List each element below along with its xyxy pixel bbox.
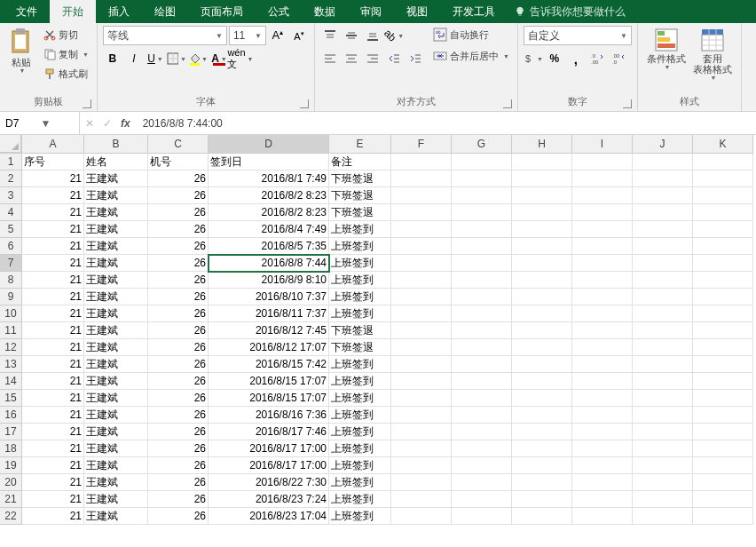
cell-H12[interactable] (512, 339, 572, 356)
row-header-13[interactable]: 13 (0, 356, 22, 373)
cell-D17[interactable]: 2016/8/17 7:46 (209, 424, 329, 440)
cell-J1[interactable] (633, 154, 693, 170)
cell-B16[interactable]: 王建斌 (84, 407, 148, 424)
tab-review[interactable]: 审阅 (348, 0, 394, 23)
align-top-button[interactable] (320, 26, 340, 45)
cell-J18[interactable] (633, 440, 693, 457)
cell-B11[interactable]: 王建斌 (84, 322, 148, 339)
cell-D3[interactable]: 2016/8/2 8:23 (209, 187, 329, 204)
cell-K8[interactable] (693, 272, 753, 289)
cell-H6[interactable] (512, 238, 572, 255)
cell-G15[interactable] (452, 390, 512, 407)
cell-H2[interactable] (512, 170, 572, 187)
cell-K18[interactable] (693, 440, 753, 457)
cell-E6[interactable]: 上班签到 (329, 238, 391, 255)
column-header-B[interactable]: B (84, 135, 148, 154)
cell-D13[interactable]: 2016/8/15 7:42 (209, 356, 329, 373)
cell-J14[interactable] (633, 373, 693, 390)
cell-E9[interactable]: 上班签到 (329, 289, 391, 305)
cell-H18[interactable] (512, 440, 572, 457)
cell-J7[interactable] (633, 255, 693, 272)
cell-I20[interactable] (572, 474, 633, 491)
merge-center-button[interactable]: 合并后居中▼ (430, 47, 512, 65)
cell-E20[interactable]: 上班签到 (329, 474, 391, 491)
cell-A16[interactable]: 21 (22, 407, 84, 424)
cell-D21[interactable]: 2016/8/23 7:24 (209, 491, 329, 508)
cell-G20[interactable] (452, 474, 512, 491)
cell-H15[interactable] (512, 390, 572, 407)
cell-G7[interactable] (452, 255, 512, 272)
cell-H8[interactable] (512, 272, 572, 289)
cell-A5[interactable]: 21 (22, 221, 84, 238)
cell-J12[interactable] (633, 339, 693, 356)
cell-K12[interactable] (693, 339, 753, 356)
cell-F1[interactable] (391, 154, 452, 170)
cell-D11[interactable]: 2016/8/12 7:45 (209, 322, 329, 339)
cell-H10[interactable] (512, 305, 572, 322)
cell-B15[interactable]: 王建斌 (84, 390, 148, 407)
cell-F9[interactable] (391, 289, 452, 305)
cell-F20[interactable] (391, 474, 452, 491)
cell-A6[interactable]: 21 (22, 238, 84, 255)
accounting-format-button[interactable]: $▼ (524, 49, 543, 68)
cell-D14[interactable]: 2016/8/15 17:07 (209, 373, 329, 390)
cell-I15[interactable] (572, 390, 633, 407)
cell-G2[interactable] (452, 170, 512, 187)
cell-B20[interactable]: 王建斌 (84, 474, 148, 491)
row-header-8[interactable]: 8 (0, 272, 22, 289)
tab-view[interactable]: 视图 (394, 0, 440, 23)
cell-A7[interactable]: 21 (22, 255, 84, 272)
cell-C10[interactable]: 26 (148, 305, 209, 322)
cell-F17[interactable] (391, 424, 452, 440)
cell-H9[interactable] (512, 289, 572, 305)
column-header-K[interactable]: K (693, 135, 753, 154)
cell-E17[interactable]: 上班签到 (329, 424, 391, 440)
cell-F3[interactable] (391, 187, 452, 204)
cell-C14[interactable]: 26 (148, 373, 209, 390)
cell-J16[interactable] (633, 407, 693, 424)
cell-H21[interactable] (512, 491, 572, 508)
fill-color-button[interactable]: ▼ (188, 49, 208, 68)
increase-font-button[interactable]: A▴ (268, 26, 287, 45)
cell-G22[interactable] (452, 508, 512, 525)
cell-H3[interactable] (512, 187, 572, 204)
font-color-button[interactable]: A▼ (209, 49, 229, 68)
cell-K15[interactable] (693, 390, 753, 407)
column-header-J[interactable]: J (633, 135, 693, 154)
cell-G16[interactable] (452, 407, 512, 424)
dialog-launcher-icon[interactable] (83, 99, 91, 108)
cell-D10[interactable]: 2016/8/11 7:37 (209, 305, 329, 322)
cell-F19[interactable] (391, 457, 452, 474)
cell-E4[interactable]: 下班签退 (329, 204, 391, 221)
cell-H1[interactable] (512, 154, 572, 170)
cell-C17[interactable]: 26 (148, 424, 209, 440)
cell-D6[interactable]: 2016/8/5 7:35 (209, 238, 329, 255)
cell-B21[interactable]: 王建斌 (84, 491, 148, 508)
cell-H5[interactable] (512, 221, 572, 238)
cell-G13[interactable] (452, 356, 512, 373)
cell-B19[interactable]: 王建斌 (84, 457, 148, 474)
cell-B13[interactable]: 王建斌 (84, 356, 148, 373)
cell-C12[interactable]: 26 (148, 339, 209, 356)
cell-E14[interactable]: 上班签到 (329, 373, 391, 390)
cell-E7[interactable]: 上班签到 (329, 255, 391, 272)
align-middle-button[interactable] (342, 26, 361, 45)
cell-C8[interactable]: 26 (148, 272, 209, 289)
cell-C19[interactable]: 26 (148, 457, 209, 474)
cell-I4[interactable] (572, 204, 633, 221)
cell-G19[interactable] (452, 457, 512, 474)
cell-I6[interactable] (572, 238, 633, 255)
row-header-16[interactable]: 16 (0, 407, 22, 424)
dialog-launcher-icon[interactable] (503, 99, 512, 108)
cell-F2[interactable] (391, 170, 452, 187)
font-name-combo[interactable]: 等线▼ (103, 26, 227, 45)
cell-F10[interactable] (391, 305, 452, 322)
cell-G4[interactable] (452, 204, 512, 221)
cell-F22[interactable] (391, 508, 452, 525)
cell-B10[interactable]: 王建斌 (84, 305, 148, 322)
cell-B22[interactable]: 王建斌 (84, 508, 148, 525)
cell-E10[interactable]: 上班签到 (329, 305, 391, 322)
copy-button[interactable]: 复制▼ (41, 45, 91, 63)
cell-C15[interactable]: 26 (148, 390, 209, 407)
align-center-button[interactable] (342, 49, 361, 68)
